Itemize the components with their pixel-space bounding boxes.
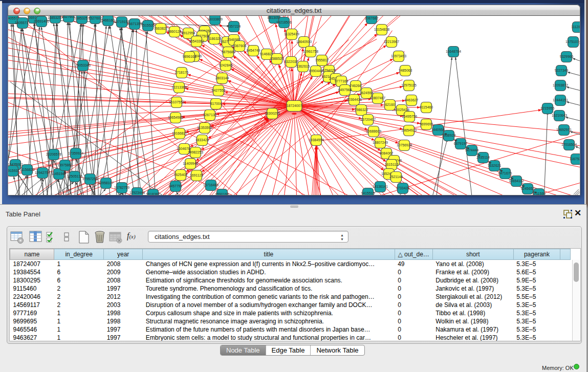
svg-text:10961758: 10961758 — [303, 50, 318, 53]
svg-text:12923448: 12923448 — [129, 191, 145, 194]
svg-text:8912954: 8912954 — [182, 31, 195, 35]
svg-text:10654112: 10654112 — [509, 179, 524, 183]
svg-text:2367608: 2367608 — [233, 44, 247, 48]
svg-text:8938928: 8938928 — [442, 134, 456, 137]
svg-text:16671355: 16671355 — [127, 22, 142, 26]
svg-text:817004: 817004 — [210, 102, 222, 105]
svg-text:20364436: 20364436 — [346, 98, 362, 101]
svg-text:9896163: 9896163 — [183, 55, 197, 58]
svg-text:29053346: 29053346 — [75, 63, 91, 67]
svg-text:12213967: 12213967 — [384, 40, 399, 43]
svg-text:7515526: 7515526 — [141, 24, 155, 27]
svg-text:9329966: 9329966 — [560, 55, 574, 58]
svg-text:16853257: 16853257 — [74, 16, 90, 20]
svg-text:19166827: 19166827 — [172, 132, 187, 135]
svg-text:19692971: 19692971 — [556, 128, 572, 132]
svg-text:1527602: 1527602 — [62, 16, 76, 18]
svg-text:1362615: 1362615 — [296, 64, 310, 68]
svg-text:10973493: 10973493 — [391, 54, 406, 58]
svg-text:17016504: 17016504 — [561, 143, 577, 146]
svg-text:11353594: 11353594 — [197, 126, 212, 129]
svg-text:18640910: 18640910 — [296, 40, 312, 43]
svg-text:2803144: 2803144 — [215, 76, 229, 80]
svg-text:2087682: 2087682 — [365, 16, 379, 20]
svg-text:9699695: 9699695 — [420, 122, 433, 126]
svg-text:1733426: 1733426 — [396, 186, 410, 190]
svg-text:2718176: 2718176 — [175, 71, 189, 74]
svg-text:9115460: 9115460 — [420, 105, 433, 109]
svg-text:18724007: 18724007 — [287, 104, 302, 107]
svg-text:3915931: 3915931 — [8, 169, 19, 172]
svg-text:3624554: 3624554 — [360, 91, 374, 95]
svg-text:15495756: 15495756 — [402, 115, 417, 118]
svg-text:10807487: 10807487 — [370, 96, 385, 100]
svg-text:16107552: 16107552 — [169, 100, 184, 104]
svg-text:16046788: 16046788 — [177, 147, 192, 150]
svg-text:19654985: 19654985 — [168, 116, 183, 119]
svg-text:9463627: 9463627 — [405, 98, 419, 102]
svg-text:1615112: 1615112 — [385, 163, 398, 166]
svg-text:8322037: 8322037 — [285, 60, 298, 63]
svg-text:7986322: 7986322 — [355, 108, 368, 112]
svg-text:15720407: 15720407 — [360, 118, 376, 121]
svg-text:9474444: 9474444 — [465, 148, 479, 152]
svg-text:8427552: 8427552 — [212, 89, 226, 92]
svg-text:19654923: 19654923 — [401, 128, 417, 132]
svg-text:1833421: 1833421 — [195, 138, 209, 142]
svg-text:14136141: 14136141 — [373, 185, 388, 188]
svg-text:8990448: 8990448 — [309, 69, 323, 73]
svg-text:62160: 62160 — [385, 103, 395, 106]
svg-text:5875685: 5875685 — [222, 50, 235, 54]
svg-text:3267130: 3267130 — [203, 113, 217, 117]
svg-text:12213369: 12213369 — [171, 85, 187, 89]
svg-text:2521144: 2521144 — [389, 175, 403, 179]
svg-text:1527602: 1527602 — [89, 16, 102, 20]
svg-text:9777169: 9777169 — [335, 79, 349, 83]
svg-text:8590168: 8590168 — [215, 192, 229, 195]
svg-text:19384554: 19384554 — [309, 138, 324, 142]
svg-text:16154838: 16154838 — [374, 28, 389, 31]
svg-text:12093872: 12093872 — [553, 83, 568, 87]
svg-text:6497568: 6497568 — [338, 88, 352, 92]
svg-text:10756928: 10756928 — [397, 143, 412, 147]
svg-text:12444151: 12444151 — [553, 98, 568, 102]
svg-text:16033809: 16033809 — [207, 17, 223, 21]
svg-text:8471676: 8471676 — [498, 171, 512, 175]
svg-text:15751074: 15751074 — [565, 40, 580, 43]
svg-text:7625402: 7625402 — [174, 173, 188, 177]
svg-text:10688609: 10688609 — [366, 129, 381, 133]
svg-text:14982253: 14982253 — [188, 150, 203, 154]
svg-text:19218506: 19218506 — [276, 20, 292, 24]
svg-text:9245652: 9245652 — [521, 187, 535, 190]
svg-text:7485063: 7485063 — [399, 69, 412, 72]
svg-text:12975115: 12975115 — [401, 83, 417, 87]
svg-text:11409948: 11409948 — [183, 162, 198, 165]
svg-text:9084067: 9084067 — [380, 151, 394, 155]
svg-text:1691123: 1691123 — [190, 173, 203, 177]
svg-text:11325419: 11325419 — [284, 32, 299, 36]
svg-text:20206578: 20206578 — [46, 152, 61, 156]
svg-text:10958107: 10958107 — [98, 181, 114, 185]
svg-text:9457791: 9457791 — [169, 184, 183, 188]
svg-text:1112843: 1112843 — [571, 25, 580, 29]
svg-text:6466160: 6466160 — [101, 18, 115, 22]
svg-text:2935114: 2935114 — [476, 156, 490, 159]
svg-text:6879197: 6879197 — [454, 142, 468, 145]
svg-text:13975867: 13975867 — [57, 163, 73, 167]
svg-text:9711559: 9711559 — [532, 192, 546, 195]
svg-text:16853257: 16853257 — [48, 16, 63, 19]
svg-text:11451947: 11451947 — [51, 172, 67, 176]
svg-text:16782759: 16782759 — [114, 186, 129, 189]
svg-text:14055717: 14055717 — [15, 21, 30, 25]
svg-text:7632621: 7632621 — [488, 164, 502, 167]
svg-text:7663822: 7663822 — [154, 27, 168, 30]
svg-text:16543382: 16543382 — [189, 39, 204, 43]
svg-text:11156829: 11156829 — [19, 168, 34, 171]
svg-text:9860124: 9860124 — [168, 30, 182, 33]
svg-text:9242848: 9242848 — [219, 63, 233, 67]
svg-text:1440954: 1440954 — [431, 128, 445, 132]
svg-text:7955812: 7955812 — [315, 58, 329, 62]
svg-text:9227349: 9227349 — [555, 69, 569, 72]
svg-text:17957255: 17957255 — [82, 177, 98, 181]
svg-text:16210643: 16210643 — [552, 114, 567, 117]
